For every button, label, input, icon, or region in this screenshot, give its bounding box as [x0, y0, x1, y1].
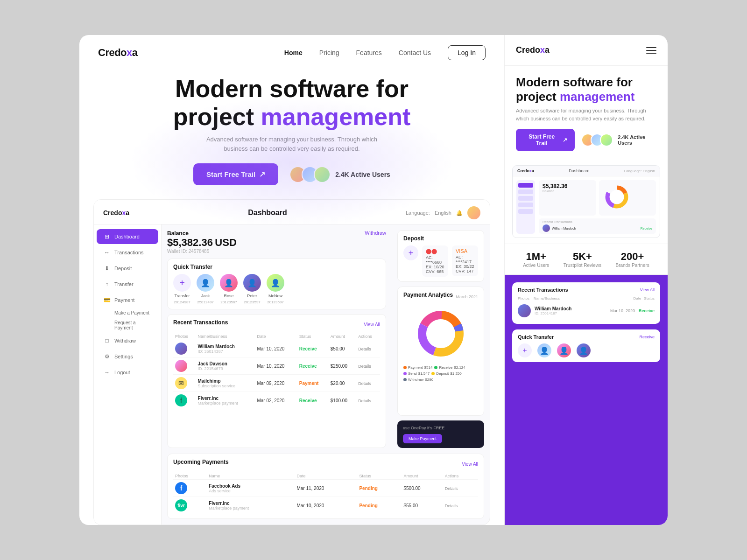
hamburger-menu[interactable]	[646, 47, 656, 54]
tx-date-2: Mar 10, 2020	[255, 357, 297, 375]
table-row: fivr Fiverr.incMarketplace payment Mar 1…	[173, 497, 478, 514]
analytics-title: Payment Analytics	[403, 292, 453, 298]
transfer-contact-4[interactable]: 👤 McNew 20123597	[267, 274, 284, 304]
login-button[interactable]: Log In	[448, 45, 486, 60]
transfer-contact-1[interactable]: 👤 Jack 25012497	[197, 274, 214, 304]
sidebar-label-logout: Logout	[114, 370, 130, 375]
tx-sub-3: Subscription service	[198, 384, 254, 388]
up-amount-2: $55.00	[402, 497, 443, 514]
card-cvv-2: CVV: 147	[456, 269, 474, 273]
rp-dashboard-preview: Credoxa Dashboard Language: English $5,3…	[512, 165, 660, 238]
tx-action-1[interactable]: Details	[358, 347, 371, 351]
sidebar-label-settings: Settings	[114, 354, 133, 359]
mini-qt-contact-2[interactable]: 👤	[557, 343, 571, 357]
sidebar-item-request-payment[interactable]: Request a Payment	[111, 318, 158, 332]
up-action-2[interactable]: Details	[445, 504, 458, 508]
mini-recent-tx-card: Recent Transactions View All Photos Name…	[512, 282, 660, 324]
mini-qt-contact-3[interactable]: 👤	[577, 343, 591, 357]
rp-pc-balance-label: Balance	[543, 189, 592, 193]
card-ac-1: AC: ****6668	[426, 255, 444, 265]
upcoming-view-all[interactable]: View All	[462, 462, 478, 467]
nav-pricing[interactable]: Pricing	[319, 49, 339, 56]
sidebar-item-withdraw[interactable]: □ Withdraw	[97, 333, 158, 348]
balance-info: Balance $5,382.36 USD Wallet ID: 2457848…	[167, 230, 237, 254]
tx-photo-1	[175, 343, 187, 355]
tx-action-2[interactable]: Details	[358, 364, 371, 369]
mini-qt-contact-1[interactable]: 👤	[537, 343, 551, 357]
contact-avatar-2: 👤	[220, 274, 238, 292]
sidebar-item-make-payment[interactable]: Make a Payment	[111, 308, 158, 317]
rp-preview-title: Dashboard	[569, 168, 589, 173]
dashboard-body: ⊞ Dashboard ↔ Transactions ⬇ Deposit ↑ T…	[94, 224, 490, 525]
upcoming-payments-section: Upcoming Payments View All Photos Name D…	[167, 454, 484, 519]
legend-label-receive: Receive	[439, 365, 452, 370]
nav-features[interactable]: Features	[356, 49, 382, 56]
user-avatar-3	[314, 166, 331, 183]
legend-value-send: $1,547	[418, 371, 430, 376]
stat-active-users-label: Active Users	[523, 263, 549, 268]
up-action-1[interactable]: Details	[445, 486, 458, 491]
transfer-contact-2[interactable]: 👤 Rose 20123567	[220, 274, 238, 304]
svg-point-5	[427, 320, 455, 348]
sidebar-item-logout[interactable]: → Logout	[97, 365, 158, 380]
deposit-card-1[interactable]: ⬤⬤ AC: ****6668 EX: 10/20 CVV: 665	[422, 245, 448, 277]
card-ex-2: EX: 30/22	[456, 264, 474, 269]
sidebar-label-transactions: Transactions	[114, 250, 144, 255]
rp-purple-section: Recent Transactions View All Photos Name…	[505, 275, 668, 525]
add-card-button[interactable]: +	[403, 245, 418, 260]
navbar: Credoxa Home Pricing Features Contact Us…	[79, 35, 504, 70]
mini-qt-avatar-3: 👤	[577, 343, 591, 357]
deposit-card-2[interactable]: VISA AC: ****2417 EX: 30/22 CVV: 147	[452, 245, 478, 276]
legend-value-withdraw: $290	[425, 378, 433, 382]
tx-action-4[interactable]: Details	[358, 399, 371, 403]
notifications-icon[interactable]: 🔔	[456, 210, 463, 216]
rp-pc-top-row: $5,382.36 Balance	[539, 180, 656, 216]
legend-label-deposit: Deposit	[436, 371, 449, 376]
legend-item-receive: Receive $2,124	[434, 365, 465, 370]
logo: Credoxa	[98, 47, 138, 59]
sidebar-item-dashboard[interactable]: ⊞ Dashboard	[97, 229, 158, 244]
start-free-trial-button[interactable]: Start Free Trail ↗	[193, 163, 278, 185]
withdraw-link[interactable]: Withdraw	[365, 230, 386, 236]
sidebar-item-transactions[interactable]: ↔ Transactions	[97, 245, 158, 260]
legend-dot-send	[403, 372, 407, 375]
deposit-section: Deposit + ⬤⬤ AC: ****6668 EX: 10/20 CVV:…	[397, 230, 484, 282]
dashboard-logo: Credoxa	[103, 209, 129, 217]
rp-preview-lang: Language: English	[624, 169, 655, 173]
sidebar-item-deposit[interactable]: ⬇ Deposit	[97, 261, 158, 276]
mini-tx-id-1: ID: 25014187	[535, 311, 606, 315]
transfer-add-btn[interactable]: + Transfer 20124987	[173, 274, 191, 304]
sidebar-item-payment[interactable]: 💳 Payment	[97, 293, 158, 308]
transfer-contact-3[interactable]: 👤 Peter 20123597	[243, 274, 261, 304]
balance-label: Balance	[167, 230, 237, 237]
recent-tx-view-all[interactable]: View All	[364, 322, 380, 327]
recent-tx-header: Recent Transactions View All	[173, 319, 380, 329]
tx-status-4: Receive	[299, 398, 317, 403]
legend-item-send: Send $1,547	[403, 371, 430, 376]
nav-contact[interactable]: Contact Us	[399, 49, 431, 56]
rp-pc-tx-status: Receive	[641, 227, 652, 230]
active-users-text: 2.4K Active Users	[335, 171, 390, 178]
mini-qt-add[interactable]: +	[518, 343, 532, 357]
legend-value-receive: $2,124	[454, 365, 465, 370]
make-payment-button[interactable]: Make Payment	[403, 434, 442, 443]
tx-action-3[interactable]: Details	[358, 381, 371, 386]
table-row: William MardochID: 35014387 Mar 10, 2020…	[173, 340, 380, 357]
stats-row: 1M+ Active Users 5K+ Trustpilot Reviews …	[505, 244, 668, 275]
tx-photo-2	[175, 360, 187, 372]
sidebar-label-deposit: Deposit	[114, 266, 132, 271]
rp-preview-content: $5,382.36 Balance	[539, 180, 656, 234]
left-panel: Credoxa Home Pricing Features Contact Us…	[79, 35, 504, 525]
up-col-status: Status	[357, 473, 402, 480]
sidebar-item-settings[interactable]: ⚙ Settings	[97, 349, 158, 364]
nav-home[interactable]: Home	[284, 49, 303, 56]
legend-value-deposit: $1,250	[450, 371, 461, 376]
sidebar-item-transfer[interactable]: ↑ Transfer	[97, 277, 158, 292]
transfer-id-4: 20123597	[267, 300, 284, 304]
up-date-2: Mar 10, 2020	[295, 497, 357, 514]
rp-start-free-trial-button[interactable]: Start Free Trail ↗	[516, 129, 575, 151]
hero-title: Modern software forproject management	[98, 75, 486, 131]
tx-date-1: Mar 10, 2020	[255, 340, 297, 357]
right-panel: Credoxa Modern software for project mana…	[504, 35, 668, 525]
mini-recent-tx-view-all[interactable]: View All	[640, 287, 655, 292]
